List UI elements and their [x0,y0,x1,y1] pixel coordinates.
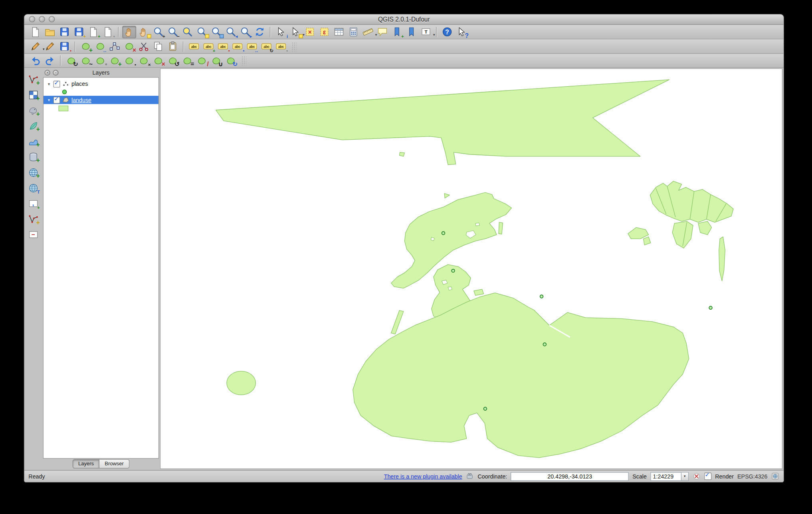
text-annotation-button[interactable]: T▾ [419,26,433,38]
fill-ring-button[interactable]: • [122,54,136,67]
undo-button[interactable] [28,54,42,67]
tab-browser[interactable]: Browser [99,459,129,469]
save-project-button[interactable] [57,26,71,38]
open-attribute-table-button[interactable] [332,26,346,38]
zoom-full-button[interactable] [180,26,194,38]
layer-label[interactable]: landuse [71,97,91,103]
add-wms-layer-button[interactable]: + [26,166,40,178]
move-feature-button[interactable]: ↔ [93,40,107,53]
select-by-expression-button[interactable]: ε [317,26,331,38]
add-spatialite-layer-button[interactable]: + [26,120,40,132]
plugin-icon[interactable] [466,472,474,480]
new-project-button[interactable] [28,26,42,38]
crs-status-button[interactable] [771,472,780,480]
add-wfs-layer-button[interactable]: T [26,182,40,194]
label-add-button[interactable]: abc+ [202,40,216,53]
pan-to-selection-button[interactable] [137,26,151,38]
delete-ring-button[interactable]: × [137,54,151,67]
pan-map-button[interactable] [122,26,136,38]
stop-render-button[interactable] [692,472,701,480]
layer-checkbox[interactable]: ✓ [53,81,60,87]
zoom-in-button[interactable]: + [151,26,165,38]
rotate-point-symbols-button[interactable]: ↻ [224,54,238,67]
label-settings-button[interactable]: abc [187,40,201,53]
composer-manager-button[interactable]: ◦ [101,26,115,38]
add-oracle-layer-button[interactable]: + [26,150,40,163]
zoom-to-layer-button[interactable] [209,26,223,38]
zoom-to-selection-button[interactable] [195,26,209,38]
copy-features-button[interactable] [151,40,165,53]
toggle-editing-button[interactable] [43,40,57,53]
label-rotate-button[interactable]: abc↻ [259,40,273,53]
label-move-button[interactable]: abc↔ [245,40,259,53]
measure-button[interactable]: ▾ [361,26,375,38]
layer-row-landuse[interactable]: ▼ ✓ landuse [44,96,158,104]
disclosure-triangle-icon[interactable]: ▼ [47,82,51,86]
toolbar-separator [436,27,437,37]
close-button[interactable] [29,16,36,22]
redo-button[interactable] [43,54,57,67]
simplify-feature-button[interactable]: ~ [79,54,93,67]
zoom-button[interactable] [49,16,55,22]
combo-arrow-icon[interactable]: ▾ [681,472,688,480]
zoom-out-button[interactable]: − [166,26,180,38]
add-postgis-layer-button[interactable]: + [26,104,40,117]
label-properties-button[interactable]: abc◦ [274,40,288,53]
paste-features-button[interactable] [166,40,180,53]
whats-this-button[interactable]: ? [455,26,469,38]
delete-part-button[interactable]: × [151,54,165,67]
save-layer-edits-button[interactable]: • [57,40,71,53]
toolbar-drag-handle[interactable] [291,42,297,51]
map-canvas[interactable] [160,68,782,469]
icon-glyph: + [213,48,216,53]
select-features-button[interactable]: ▾ [289,26,303,38]
deselect-features-button[interactable]: × [303,26,317,38]
layer-row-places[interactable]: ▼ ✓ places [44,80,158,88]
new-bookmark-button[interactable]: + [390,26,404,38]
add-delimited-text-layer-button[interactable]: ,+ [26,197,40,210]
label-pin-button[interactable]: abc• [216,40,230,53]
layer-checkbox[interactable]: ✓ [53,97,60,103]
tab-layers[interactable]: Layers [73,459,99,469]
zoom-next-button[interactable]: ▸ [238,26,252,38]
window-title: QGIS 2.0.1-Dufour [24,16,784,23]
rotate-feature-button[interactable]: ↻ [64,54,78,67]
toolbar-drag-handle[interactable] [241,56,246,65]
coordinate-input[interactable] [511,472,629,480]
current-edits-button[interactable]: ▾ [28,40,42,53]
layer-label[interactable]: places [71,81,88,87]
map-tips-button[interactable] [375,26,389,38]
add-feature-button[interactable]: + [79,40,93,53]
plugin-available-link[interactable]: There is a new plugin available [384,473,462,480]
node-tool-button[interactable] [108,40,122,53]
label-highlight-button[interactable]: abc• [230,40,244,53]
new-print-composer-button[interactable]: + [87,26,101,38]
save-project-as-button[interactable]: + [72,26,86,38]
new-shapefile-layer-button[interactable]: + [26,213,40,225]
minimize-button[interactable] [39,16,45,22]
identify-features-button[interactable]: i [274,26,288,38]
cut-features-button[interactable] [137,40,151,53]
field-calculator-button[interactable] [347,26,360,38]
open-project-button[interactable] [43,26,57,38]
help-contents-button[interactable]: ? [440,26,454,38]
scale-combobox[interactable]: 1:24229 ▾ [650,472,689,480]
delete-selected-button[interactable]: × [122,40,136,53]
refresh-map-button[interactable] [253,26,267,38]
disclosure-triangle-icon[interactable]: ▼ [47,98,51,102]
render-checkbox[interactable]: ✓ [704,472,711,480]
add-part-button[interactable]: + [108,54,122,67]
add-mssql-layer-button[interactable]: + [26,135,40,148]
remove-layer-button[interactable]: − [26,228,40,241]
add-ring-button[interactable]: ◦ [93,54,107,67]
offset-curve-button[interactable]: = [180,54,194,67]
show-bookmarks-button[interactable] [404,26,418,38]
add-vector-layer-button[interactable]: + [26,73,40,85]
merge-features-button[interactable]: ∪ [209,54,223,67]
reshape-features-button[interactable]: ↺ [166,54,180,67]
dropdown-caret[interactable]: ▾ [433,32,435,36]
zoom-last-button[interactable]: ◂ [224,26,238,38]
scale-value[interactable]: 1:24229 [651,472,681,480]
add-raster-layer-button[interactable]: + [26,89,40,101]
split-features-button[interactable]: / [195,54,209,67]
